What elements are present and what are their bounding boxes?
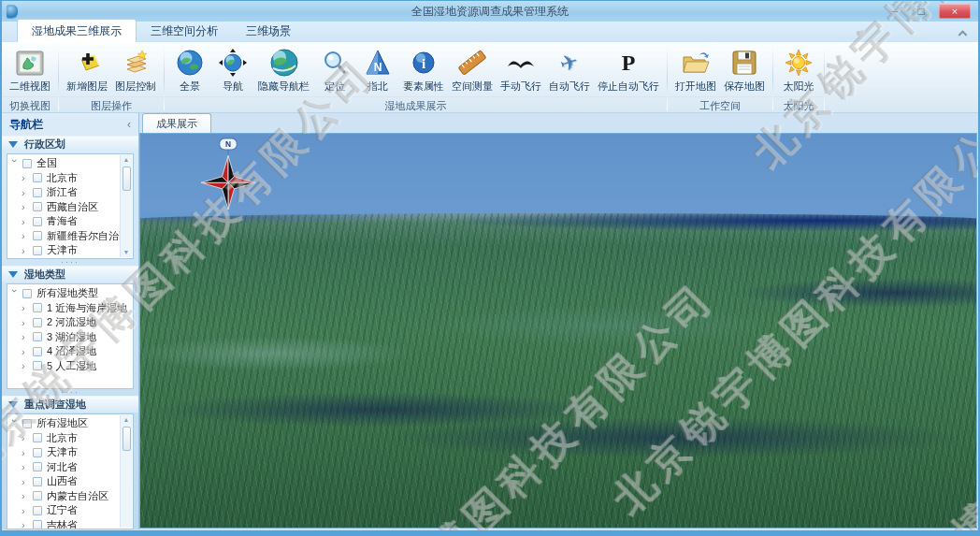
tree-item-liaoning[interactable]: › 辽宁省 [7,503,133,518]
scroll-down-icon[interactable]: ▼ [123,248,130,257]
tree-item-coastal-wetland[interactable]: › 1 近海与海岸湿地 [7,301,133,316]
section-header-key-wetlands[interactable]: 重点调查湿地 [2,396,138,413]
locate-button[interactable]: 定位 [313,46,356,95]
checkbox[interactable] [22,419,32,428]
checkbox[interactable] [33,217,42,226]
expander-icon[interactable]: › [22,477,31,486]
navigate-button[interactable]: 导航 [211,46,254,95]
scroll-thumb[interactable] [122,427,131,451]
tree-item-all-wetland-types[interactable]: › 所有湿地类型 [7,286,133,301]
checkbox[interactable] [33,520,42,529]
checkbox[interactable] [33,448,42,457]
north-arrow-button[interactable]: N 指北 [356,46,399,95]
expander-icon[interactable]: › [22,217,31,226]
checkbox[interactable] [33,173,42,182]
spatial-measure-button[interactable]: 空间测量 [448,46,497,95]
expander-icon[interactable]: › [22,361,31,370]
expander-icon[interactable]: › [22,506,31,515]
ribbon-collapse-icon[interactable] [959,29,971,38]
tree-item-xinjiang[interactable]: › 新疆维吾尔自治区 [7,229,133,244]
save-map-button[interactable]: 保存地图 [720,46,769,95]
expander-icon[interactable]: › [22,303,31,312]
tree-item-lake-wetland[interactable]: › 3 湖泊湿地 [7,330,133,345]
checkbox[interactable] [33,246,42,255]
expander-icon[interactable]: › [22,448,31,457]
checkbox[interactable] [33,361,42,370]
section-header-admin-regions[interactable]: 行政区划 [2,136,138,152]
feature-attributes-button[interactable]: i 要素属性 [399,46,448,95]
expander-icon[interactable]: › [22,462,31,471]
expander-icon[interactable]: › [22,491,31,500]
manual-flight-button[interactable]: 手动飞行 [497,46,545,95]
tab-wetland-3d-display[interactable]: 湿地成果三维展示 [17,19,137,42]
checkbox[interactable] [33,202,42,211]
expander-icon[interactable]: › [22,246,31,255]
tree-scrollbar[interactable]: ▲ ▼ [120,155,132,257]
expander-icon[interactable]: › [22,202,31,211]
section-header-wetland-types[interactable]: 湿地类型 [2,266,138,282]
sunlight-button[interactable]: 太阳光 [777,46,820,95]
sidebar-collapse-icon[interactable]: ‹ [127,118,131,131]
tree-item-beijing[interactable]: › 北京市 [7,171,133,186]
expander-icon[interactable]: › [22,433,31,442]
checkbox[interactable] [22,159,32,168]
checkbox[interactable] [33,462,42,471]
tree-item-tianjin[interactable]: › 天津市 [7,243,133,258]
expander-icon[interactable]: › [10,159,20,168]
expander-icon[interactable]: › [10,419,20,428]
expander-icon[interactable]: › [22,520,31,529]
checkbox[interactable] [33,318,42,327]
hide-navbar-button[interactable]: 隐藏导航栏 [254,46,313,95]
checkbox[interactable] [33,303,42,312]
checkbox[interactable] [33,433,42,442]
tree-item-beijing2[interactable]: › 北京市 [7,431,133,446]
full-view-button[interactable]: 全景 [168,46,211,95]
tab-3d-scene[interactable]: 三维场景 [232,20,305,42]
auto-flight-button[interactable]: ✈ 自动飞行 [545,46,594,95]
tree-item-river-wetland[interactable]: › 2 河流湿地 [7,315,133,330]
tree-item-hebei[interactable]: › 河北省 [7,460,133,475]
scroll-thumb[interactable] [122,167,131,191]
scroll-up-icon[interactable]: ▲ [123,155,130,165]
tree-item-jilin[interactable]: › 吉林省 [7,518,133,530]
minimize-button[interactable]: – [886,5,903,18]
checkbox[interactable] [33,188,42,197]
tree-item-shanxi[interactable]: › 山西省 [7,474,133,489]
checkbox[interactable] [33,347,42,356]
add-layer-button[interactable]: 新增图层 [63,46,111,95]
compass-rose[interactable]: N [195,138,262,210]
expander-icon[interactable]: › [22,173,31,182]
close-button[interactable]: × [939,4,971,19]
expander-icon[interactable]: › [22,332,31,341]
expander-icon[interactable]: › [22,231,31,240]
tree-item-ningxia[interactable]: › 宁夏回族自治区 [7,258,133,260]
tree-item-tianjin2[interactable]: › 天津市 [7,445,133,460]
expander-icon[interactable]: › [22,347,31,356]
checkbox[interactable] [33,231,42,240]
tree-item-artificial-wetland[interactable]: › 5 人工湿地 [7,359,133,374]
expander-icon[interactable]: › [22,318,31,327]
scroll-up-icon[interactable]: ▲ [123,415,130,425]
open-map-button[interactable]: 打开地图 [671,46,720,95]
layer-control-button[interactable]: 图层控制 [111,46,160,95]
checkbox[interactable] [33,491,42,500]
tree-item-all-wetland-areas[interactable]: › 所有湿地区 [7,416,133,431]
tree-item-qinghai[interactable]: › 青海省 [7,214,133,229]
stop-auto-flight-button[interactable]: P 停止自动飞行 [594,46,663,95]
tree-item-tibet[interactable]: › 西藏自治区 [7,200,133,215]
checkbox[interactable] [33,506,42,515]
expander-icon[interactable]: › [22,188,31,197]
tab-3d-spatial-analysis[interactable]: 三维空间分析 [137,20,232,42]
tab-results-display[interactable]: 成果展示 [142,113,211,133]
checkbox[interactable] [33,477,42,486]
maximize-button[interactable]: □ [913,5,930,18]
tree-scrollbar[interactable]: ▲ [120,415,132,528]
checkbox[interactable] [22,289,32,298]
map-3d-viewport[interactable]: N [139,133,977,529]
tree-item-national[interactable]: › 全国 [7,156,133,171]
tree-item-zhejiang[interactable]: › 浙江省 [7,185,133,200]
tree-item-marsh-wetland[interactable]: › 4 沼泽湿地 [7,344,133,359]
tree-item-inner-mongolia[interactable]: › 内蒙古自治区 [7,489,133,504]
expander-icon[interactable]: › [10,289,20,298]
2d-view-button[interactable]: 二维视图 [6,46,54,95]
